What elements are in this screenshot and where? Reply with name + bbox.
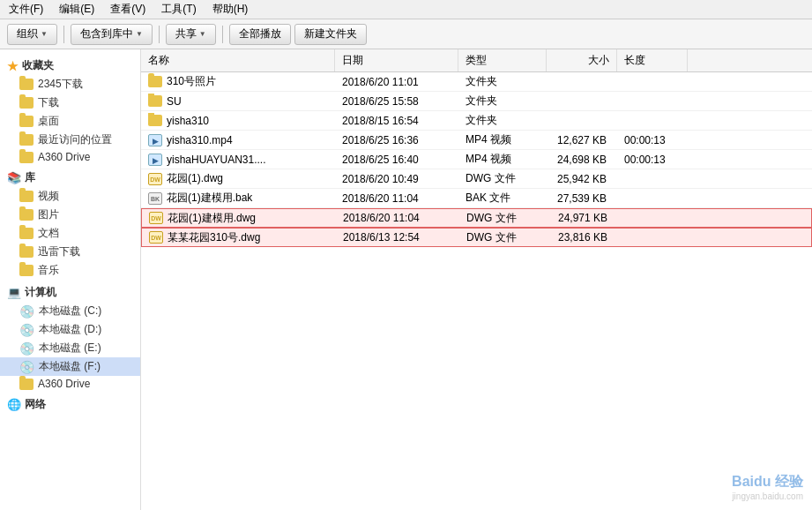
col-header-size[interactable]: 大小 (547, 49, 617, 71)
folder-icon (19, 134, 34, 146)
cell-type: MP4 视频 (458, 131, 547, 149)
sidebar-item-a360-favorites[interactable]: A360 Drive (0, 149, 140, 165)
menu-bar: 文件(F) 编辑(E) 查看(V) 工具(T) 帮助(H) (0, 0, 812, 19)
sidebar-item-drive-c[interactable]: 💿 本地磁盘 (C:) (0, 302, 140, 320)
cell-name: DW 花园(1).dwg (141, 169, 335, 188)
cell-date: 2018/6/25 16:36 (335, 132, 458, 148)
table-row[interactable]: ▶ yisha310.mp4 2018/6/25 16:36 MP4 视频 12… (141, 131, 812, 150)
sidebar-item-download[interactable]: 下载 (0, 94, 140, 112)
cell-name: yisha310 (141, 113, 335, 129)
cell-name: DW 某某花园310号.dwg (142, 229, 336, 247)
menu-view[interactable]: 查看(V) (107, 1, 149, 18)
sidebar-item-pictures[interactable]: 图片 (0, 206, 140, 224)
cell-duration: 00:00:13 (617, 132, 688, 148)
cell-size: 12,627 KB (547, 134, 617, 146)
computer-header[interactable]: 💻 计算机 (0, 283, 140, 302)
sidebar-item-desktop[interactable]: 桌面 (0, 112, 140, 131)
cell-date: 2018/6/20 11:01 (335, 74, 458, 90)
favorites-section: ★ 收藏夹 2345下载 下载 桌面 最近访问的位置 A360 Drive (0, 56, 140, 165)
add-to-library-button[interactable]: 包含到库中 ▼ (71, 24, 153, 45)
col-header-name[interactable]: 名称 (141, 49, 335, 71)
cell-type: DWG 文件 (459, 229, 548, 247)
table-row[interactable]: BK 花园(1)建模用.bak 2018/6/20 11:04 BAK 文件 2… (141, 189, 812, 208)
toolbar: 组织 ▼ 包含到库中 ▼ 共享 ▼ 全部播放 新建文件夹 (0, 19, 812, 49)
cell-name: DW 花园(1)建模用.dwg (142, 209, 336, 228)
toolbar-separator-3 (222, 26, 223, 43)
menu-help[interactable]: 帮助(H) (209, 1, 252, 18)
favorites-header[interactable]: ★ 收藏夹 (0, 56, 140, 75)
folder-icon (19, 246, 34, 258)
table-row[interactable]: DW 花园(1).dwg 2018/6/20 10:49 DWG 文件 25,9… (141, 169, 812, 189)
cell-date: 2018/8/15 16:54 (335, 113, 458, 129)
library-header[interactable]: 📚 库 (0, 169, 140, 187)
dwg-icon: DW (149, 212, 163, 224)
cell-size: 24,971 KB (548, 212, 618, 224)
drive-icon: 💿 (19, 341, 34, 356)
video-icon: ▶ (148, 134, 162, 146)
folder-icon (148, 115, 162, 126)
sidebar: ★ 收藏夹 2345下载 下载 桌面 最近访问的位置 A360 Drive (0, 49, 141, 510)
table-row[interactable]: ▶ yishaHUAYUAN31.... 2018/6/25 16:40 MP4… (141, 150, 812, 169)
sidebar-item-music[interactable]: 音乐 (0, 261, 140, 280)
table-row[interactable]: yisha310 2018/8/15 16:54 文件夹 (141, 111, 812, 131)
folder-icon (148, 76, 162, 87)
dwg-icon: DW (149, 231, 163, 244)
new-folder-button[interactable]: 新建文件夹 (294, 24, 367, 45)
play-all-button[interactable]: 全部播放 (229, 24, 291, 45)
cell-name: 310号照片 (141, 72, 335, 91)
organize-button[interactable]: 组织 ▼ (7, 24, 57, 45)
menu-tools[interactable]: 工具(T) (158, 1, 199, 18)
dwg-icon: DW (148, 173, 162, 185)
network-header[interactable]: 🌐 网络 (0, 395, 140, 414)
cell-size: 23,816 KB (548, 231, 618, 244)
drive-icon: 💿 (19, 323, 34, 337)
folder-icon (19, 79, 34, 90)
file-list-header: 名称 日期 类型 大小 长度 (141, 49, 812, 72)
network-section: 🌐 网络 (0, 395, 140, 414)
drive-icon: 💿 (19, 304, 34, 319)
cell-size: 24,698 KB (547, 154, 617, 166)
cell-date: 2018/6/20 11:04 (335, 191, 458, 206)
col-header-type[interactable]: 类型 (458, 49, 547, 71)
sidebar-item-drive-f[interactable]: 💿 本地磁盘 (F:) (0, 357, 140, 376)
cell-type: DWG 文件 (458, 169, 547, 188)
sidebar-item-a360-computer[interactable]: A360 Drive (0, 376, 140, 392)
cell-type: 文件夹 (458, 92, 547, 110)
cell-name: ▶ yishaHUAYUAN31.... (141, 152, 335, 168)
cell-name: ▶ yisha310.mp4 (141, 132, 335, 148)
file-list: 名称 日期 类型 大小 长度 310号照片 2018/6/20 11:01 文件… (141, 49, 812, 510)
sidebar-item-drive-d[interactable]: 💿 本地磁盘 (D:) (0, 320, 140, 339)
cell-date: 2018/6/20 10:49 (335, 171, 458, 187)
share-button[interactable]: 共享 ▼ (166, 24, 216, 45)
sidebar-item-recent[interactable]: 最近访问的位置 (0, 131, 140, 149)
computer-icon: 💻 (7, 286, 21, 299)
cell-date: 2018/6/25 15:58 (335, 94, 458, 109)
sidebar-item-xunlei[interactable]: 迅雷下载 (0, 243, 140, 261)
menu-file[interactable]: 文件(F) (5, 1, 47, 18)
video-icon: ▶ (148, 154, 162, 166)
file-rows-container: 310号照片 2018/6/20 11:01 文件夹 SU 2018/6/25 … (141, 72, 812, 247)
library-icon: 📚 (7, 171, 21, 184)
network-icon: 🌐 (7, 398, 21, 411)
share-dropdown-arrow: ▼ (199, 30, 206, 38)
menu-edit[interactable]: 编辑(E) (56, 1, 98, 18)
sidebar-item-2345[interactable]: 2345下载 (0, 75, 140, 94)
cell-name: SU (141, 94, 335, 109)
table-row[interactable]: 310号照片 2018/6/20 11:01 文件夹 (141, 72, 812, 92)
folder-icon (19, 116, 34, 127)
folder-icon (19, 379, 34, 390)
sidebar-item-drive-e[interactable]: 💿 本地磁盘 (E:) (0, 339, 140, 357)
folder-icon (19, 228, 34, 239)
table-row[interactable]: DW 花园(1)建模用.dwg 2018/6/20 11:04 DWG 文件 2… (141, 208, 812, 228)
library-section: 📚 库 视频 图片 文档 迅雷下载 音乐 (0, 169, 140, 280)
sidebar-item-video[interactable]: 视频 (0, 187, 140, 206)
folder-icon (19, 265, 34, 276)
col-header-duration[interactable]: 长度 (617, 49, 688, 71)
cell-duration (618, 236, 689, 239)
table-row[interactable]: SU 2018/6/25 15:58 文件夹 (141, 92, 812, 111)
folder-icon (19, 191, 34, 202)
cell-type: MP4 视频 (458, 150, 547, 169)
col-header-date[interactable]: 日期 (335, 49, 458, 71)
table-row[interactable]: DW 某某花园310号.dwg 2018/6/13 12:54 DWG 文件 2… (141, 228, 812, 247)
sidebar-item-documents[interactable]: 文档 (0, 224, 140, 243)
